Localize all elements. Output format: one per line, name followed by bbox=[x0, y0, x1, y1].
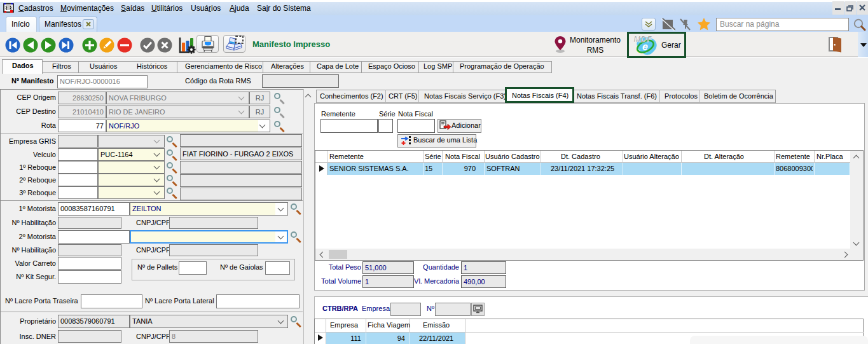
svg-text:MDF: MDF bbox=[634, 35, 652, 44]
